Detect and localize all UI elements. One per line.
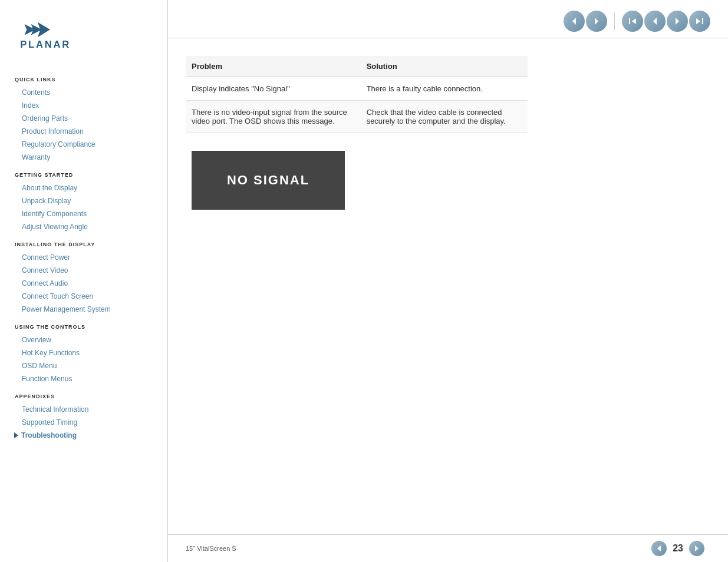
footer-prev-button[interactable] xyxy=(651,541,667,556)
table-header-solution: Solution xyxy=(361,56,528,77)
nav-prev2-button[interactable] xyxy=(644,11,666,32)
nav-divider xyxy=(614,12,615,30)
svg-marker-7 xyxy=(632,18,636,24)
sidebar-section-installing: INSTALLING THE DISPLAY Connect Power Con… xyxy=(0,242,167,316)
main-content: Problem Solution Display indicates "No S… xyxy=(168,0,728,562)
sidebar-link-ordering-parts[interactable]: Ordering Parts xyxy=(15,112,153,125)
svg-marker-4 xyxy=(572,18,576,25)
svg-rect-10 xyxy=(702,18,703,24)
chevron-left-icon xyxy=(569,16,579,26)
nav-last-button[interactable] xyxy=(689,11,710,32)
footer-prev-icon xyxy=(656,545,662,552)
section-title-controls: USING THE CONTROLS xyxy=(15,324,153,330)
sidebar-link-identify-components[interactable]: Identify Components xyxy=(15,207,153,220)
chevron-right-icon xyxy=(592,16,601,26)
logo-area: PLANAR xyxy=(0,18,167,73)
sidebar-link-product-information[interactable]: Product Information xyxy=(15,125,153,138)
table-cell-solution-2: Check that the video cable is connected … xyxy=(361,101,528,133)
top-navigation xyxy=(168,0,728,38)
sidebar-link-connect-video[interactable]: Connect Video xyxy=(15,264,153,277)
table-cell-problem-1: Display indicates "No Signal" xyxy=(186,77,361,101)
svg-text:PLANAR: PLANAR xyxy=(20,39,71,50)
nav-btn-group-secondary xyxy=(622,11,710,32)
table-cell-problem-2: There is no video-input signal from the … xyxy=(186,101,361,133)
table-row: There is no video-input signal from the … xyxy=(186,101,528,133)
footer: 15" VitalScreen S 23 xyxy=(168,534,728,562)
skip-last-icon xyxy=(695,16,704,26)
section-title-installing: INSTALLING THE DISPLAY xyxy=(15,242,153,247)
svg-marker-13 xyxy=(695,546,699,551)
sidebar-link-adjust-viewing-angle[interactable]: Adjust Viewing Angle xyxy=(15,220,153,233)
footer-navigation: 23 xyxy=(651,541,704,556)
sidebar-link-power-management[interactable]: Power Management System xyxy=(15,303,153,316)
chevron-right2-icon xyxy=(673,16,682,26)
nav-first-button[interactable] xyxy=(622,11,643,32)
footer-next-button[interactable] xyxy=(689,541,704,556)
sidebar-link-warranty[interactable]: Warranty xyxy=(15,151,153,164)
active-arrow-icon xyxy=(14,432,18,438)
sidebar-link-osd-menu[interactable]: OSD Menu xyxy=(15,359,153,372)
footer-next-icon xyxy=(694,545,700,552)
content-area: Problem Solution Display indicates "No S… xyxy=(168,38,728,534)
table-header-problem: Problem xyxy=(186,56,361,77)
sidebar-link-index[interactable]: Index xyxy=(15,99,153,112)
section-title-getting-started: GETTING STARTED xyxy=(15,172,153,178)
troubleshooting-table: Problem Solution Display indicates "No S… xyxy=(186,56,528,133)
no-signal-display: NO SIGNAL xyxy=(192,151,345,210)
svg-marker-8 xyxy=(653,18,657,25)
chevron-left2-icon xyxy=(650,16,660,26)
page-container: PLANAR QUICK LINKS Contents Index Orderi… xyxy=(0,0,728,562)
sidebar-link-contents[interactable]: Contents xyxy=(15,86,153,99)
nav-btn-group-primary xyxy=(564,11,607,32)
table-row: Display indicates "No Signal" There is a… xyxy=(186,77,528,101)
svg-marker-11 xyxy=(696,18,700,24)
sidebar-link-connect-audio[interactable]: Connect Audio xyxy=(15,277,153,290)
sidebar-section-getting-started: GETTING STARTED About the Display Unpack… xyxy=(0,172,167,233)
section-title-appendixes: APPENDIXES xyxy=(15,394,153,399)
table-cell-solution-1: There is a faulty cable connection. xyxy=(361,77,528,101)
nav-prev-button[interactable] xyxy=(564,11,585,32)
sidebar-link-technical-information[interactable]: Technical Information xyxy=(15,403,153,416)
sidebar-link-hot-key-functions[interactable]: Hot Key Functions xyxy=(15,346,153,359)
svg-marker-5 xyxy=(595,18,598,25)
sidebar-link-supported-timing[interactable]: Supported Timing xyxy=(15,416,153,429)
page-number: 23 xyxy=(673,543,683,554)
sidebar-link-connect-power[interactable]: Connect Power xyxy=(15,251,153,264)
sidebar-link-connect-touch-screen[interactable]: Connect Touch Screen xyxy=(15,290,153,303)
sidebar-section-appendixes: APPENDIXES Technical Information Support… xyxy=(0,394,167,442)
planar-logo: PLANAR xyxy=(15,18,85,53)
svg-marker-9 xyxy=(676,18,679,25)
nav-next2-button[interactable] xyxy=(667,11,688,32)
section-title-quick-links: QUICK LINKS xyxy=(15,77,153,82)
sidebar: PLANAR QUICK LINKS Contents Index Orderi… xyxy=(0,0,168,562)
svg-marker-12 xyxy=(657,546,661,551)
skip-first-icon xyxy=(628,16,637,26)
sidebar-link-regulatory-compliance[interactable]: Regulatory Compliance xyxy=(15,138,153,151)
svg-rect-6 xyxy=(629,18,630,24)
sidebar-link-function-menus[interactable]: Function Menus xyxy=(15,372,153,385)
sidebar-link-about-display[interactable]: About the Display xyxy=(15,181,153,194)
footer-product-name: 15" VitalScreen S xyxy=(186,545,236,552)
sidebar-link-unpack-display[interactable]: Unpack Display xyxy=(15,194,153,207)
sidebar-section-controls: USING THE CONTROLS Overview Hot Key Func… xyxy=(0,324,167,385)
no-signal-text: NO SIGNAL xyxy=(227,173,309,188)
sidebar-section-quick-links: QUICK LINKS Contents Index Ordering Part… xyxy=(0,77,167,164)
nav-next-button[interactable] xyxy=(586,11,607,32)
sidebar-link-troubleshooting[interactable]: Troubleshooting xyxy=(15,429,153,442)
sidebar-link-overview[interactable]: Overview xyxy=(15,333,153,346)
